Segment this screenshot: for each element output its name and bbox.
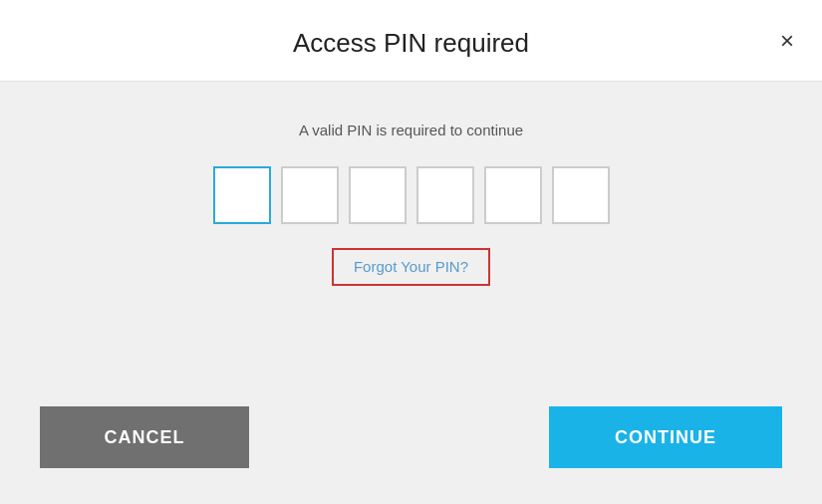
modal-dialog: Access PIN required × A valid PIN is req… <box>0 0 822 504</box>
modal-subtitle: A valid PIN is required to continue <box>299 122 523 138</box>
pin-input-3[interactable] <box>349 166 407 224</box>
modal-header: Access PIN required × <box>0 0 822 82</box>
continue-button[interactable]: CONTINUE <box>549 406 782 468</box>
pin-input-6[interactable] <box>552 166 610 224</box>
modal-body: A valid PIN is required to continue Forg… <box>0 82 822 406</box>
pin-input-2[interactable] <box>281 166 339 224</box>
modal-footer: CANCEL CONTINUE <box>0 406 822 504</box>
forgot-pin-button[interactable]: Forgot Your PIN? <box>354 258 468 275</box>
cancel-button[interactable]: CANCEL <box>40 406 249 468</box>
pin-input-5[interactable] <box>484 166 542 224</box>
forgot-pin-container: Forgot Your PIN? <box>332 248 490 286</box>
pin-input-4[interactable] <box>416 166 474 224</box>
pin-input-1[interactable] <box>213 166 271 224</box>
close-button[interactable]: × <box>772 25 802 57</box>
pin-inputs-container <box>213 166 610 224</box>
modal-title: Access PIN required <box>293 28 529 59</box>
